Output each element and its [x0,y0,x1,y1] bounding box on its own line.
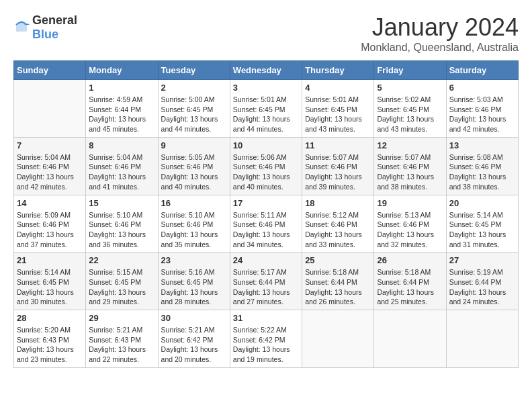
calendar-cell [374,310,446,368]
calendar-cell: 26Sunrise: 5:18 AM Sunset: 6:44 PM Dayli… [374,253,446,310]
calendar-cell: 13Sunrise: 5:08 AM Sunset: 6:46 PM Dayli… [446,137,518,195]
week-row-2: 7Sunrise: 5:04 AM Sunset: 6:46 PM Daylig… [14,137,519,195]
day-info: Sunrise: 5:13 AM Sunset: 6:46 PM Dayligh… [377,210,443,250]
day-info: Sunrise: 5:04 AM Sunset: 6:46 PM Dayligh… [89,152,154,192]
day-number: 30 [161,313,227,323]
day-info: Sunrise: 5:21 AM Sunset: 6:43 PM Dayligh… [89,325,154,365]
day-info: Sunrise: 5:18 AM Sunset: 6:44 PM Dayligh… [305,267,371,307]
calendar-cell: 5Sunrise: 5:02 AM Sunset: 6:45 PM Daylig… [374,80,446,138]
week-row-4: 21Sunrise: 5:14 AM Sunset: 6:45 PM Dayli… [14,253,519,310]
day-number: 28 [17,313,83,323]
day-info: Sunrise: 4:59 AM Sunset: 6:44 PM Dayligh… [89,95,154,134]
day-number: 23 [161,255,227,265]
day-info: Sunrise: 5:15 AM Sunset: 6:45 PM Dayligh… [89,267,154,307]
day-number: 20 [449,198,515,208]
day-info: Sunrise: 5:20 AM Sunset: 6:43 PM Dayligh… [17,325,83,365]
day-info: Sunrise: 5:07 AM Sunset: 6:46 PM Dayligh… [305,152,371,192]
calendar-cell [302,310,374,368]
day-number: 8 [89,140,154,150]
day-info: Sunrise: 5:21 AM Sunset: 6:42 PM Dayligh… [161,325,227,365]
day-number: 14 [17,198,83,208]
calendar-cell: 19Sunrise: 5:13 AM Sunset: 6:46 PM Dayli… [374,195,446,253]
day-number: 19 [377,198,443,208]
day-number: 5 [377,83,443,93]
calendar-cell: 24Sunrise: 5:17 AM Sunset: 6:44 PM Dayli… [230,253,302,310]
weekday-header-tuesday: Tuesday [158,61,230,80]
day-info: Sunrise: 5:16 AM Sunset: 6:45 PM Dayligh… [161,267,227,307]
day-info: Sunrise: 5:11 AM Sunset: 6:46 PM Dayligh… [233,210,299,250]
day-number: 4 [305,83,371,93]
day-info: Sunrise: 5:07 AM Sunset: 6:46 PM Dayligh… [377,152,443,192]
calendar-cell: 27Sunrise: 5:19 AM Sunset: 6:44 PM Dayli… [446,253,518,310]
weekday-header-saturday: Saturday [446,61,518,80]
week-row-1: 1Sunrise: 4:59 AM Sunset: 6:44 PM Daylig… [14,80,519,138]
day-number: 22 [89,255,154,265]
weekday-header-sunday: Sunday [14,61,86,80]
week-row-3: 14Sunrise: 5:09 AM Sunset: 6:46 PM Dayli… [14,195,519,253]
calendar-cell: 28Sunrise: 5:20 AM Sunset: 6:43 PM Dayli… [14,310,86,368]
calendar-cell: 21Sunrise: 5:14 AM Sunset: 6:45 PM Dayli… [14,253,86,310]
calendar-cell: 31Sunrise: 5:22 AM Sunset: 6:42 PM Dayli… [230,310,302,368]
calendar-cell: 18Sunrise: 5:12 AM Sunset: 6:46 PM Dayli… [302,195,374,253]
calendar-cell [446,310,518,368]
day-info: Sunrise: 5:08 AM Sunset: 6:46 PM Dayligh… [449,152,515,192]
day-number: 16 [161,198,227,208]
calendar-cell: 7Sunrise: 5:04 AM Sunset: 6:46 PM Daylig… [14,137,86,195]
day-number: 29 [89,313,154,323]
day-number: 6 [449,83,515,93]
logo: General Blue [13,13,77,42]
day-info: Sunrise: 5:05 AM Sunset: 6:46 PM Dayligh… [161,152,227,192]
day-number: 12 [377,140,443,150]
day-info: Sunrise: 5:14 AM Sunset: 6:45 PM Dayligh… [449,210,515,250]
day-info: Sunrise: 5:06 AM Sunset: 6:46 PM Dayligh… [233,152,299,192]
weekday-header-row: SundayMondayTuesdayWednesdayThursdayFrid… [14,61,519,80]
day-info: Sunrise: 5:10 AM Sunset: 6:46 PM Dayligh… [89,210,154,250]
calendar-cell: 16Sunrise: 5:10 AM Sunset: 6:46 PM Dayli… [158,195,230,253]
day-info: Sunrise: 5:10 AM Sunset: 6:46 PM Dayligh… [161,210,227,250]
calendar-cell: 2Sunrise: 5:00 AM Sunset: 6:45 PM Daylig… [158,80,230,138]
week-row-5: 28Sunrise: 5:20 AM Sunset: 6:43 PM Dayli… [14,310,519,368]
calendar-cell: 1Sunrise: 4:59 AM Sunset: 6:44 PM Daylig… [86,80,158,138]
day-info: Sunrise: 5:01 AM Sunset: 6:45 PM Dayligh… [305,95,371,134]
logo-icon [13,18,30,37]
day-number: 2 [161,83,227,93]
calendar-cell: 22Sunrise: 5:15 AM Sunset: 6:45 PM Dayli… [86,253,158,310]
calendar-cell: 11Sunrise: 5:07 AM Sunset: 6:46 PM Dayli… [302,137,374,195]
weekday-header-wednesday: Wednesday [230,61,302,80]
day-number: 1 [89,83,154,93]
day-info: Sunrise: 5:22 AM Sunset: 6:42 PM Dayligh… [233,325,299,365]
calendar-cell: 17Sunrise: 5:11 AM Sunset: 6:46 PM Dayli… [230,195,302,253]
calendar-cell: 20Sunrise: 5:14 AM Sunset: 6:45 PM Dayli… [446,195,518,253]
page-header: General Blue January 2024 Monkland, Quee… [13,13,519,54]
calendar-cell: 15Sunrise: 5:10 AM Sunset: 6:46 PM Dayli… [86,195,158,253]
calendar-cell: 10Sunrise: 5:06 AM Sunset: 6:46 PM Dayli… [230,137,302,195]
logo-general: General [32,13,77,27]
day-info: Sunrise: 5:18 AM Sunset: 6:44 PM Dayligh… [377,267,443,307]
day-info: Sunrise: 5:19 AM Sunset: 6:44 PM Dayligh… [449,267,515,307]
day-number: 25 [305,255,371,265]
calendar-cell: 23Sunrise: 5:16 AM Sunset: 6:45 PM Dayli… [158,253,230,310]
month-title: January 2024 [361,13,519,42]
calendar-cell: 9Sunrise: 5:05 AM Sunset: 6:46 PM Daylig… [158,137,230,195]
day-info: Sunrise: 5:14 AM Sunset: 6:45 PM Dayligh… [17,267,83,307]
day-number: 26 [377,255,443,265]
calendar-cell: 29Sunrise: 5:21 AM Sunset: 6:43 PM Dayli… [86,310,158,368]
calendar-cell: 12Sunrise: 5:07 AM Sunset: 6:46 PM Dayli… [374,137,446,195]
day-number: 9 [161,140,227,150]
day-number: 17 [233,198,299,208]
day-number: 27 [449,255,515,265]
calendar-cell: 30Sunrise: 5:21 AM Sunset: 6:42 PM Dayli… [158,310,230,368]
day-info: Sunrise: 5:03 AM Sunset: 6:46 PM Dayligh… [449,95,515,134]
day-number: 31 [233,313,299,323]
day-number: 7 [17,140,83,150]
calendar-cell: 4Sunrise: 5:01 AM Sunset: 6:45 PM Daylig… [302,80,374,138]
day-number: 11 [305,140,371,150]
day-info: Sunrise: 5:02 AM Sunset: 6:45 PM Dayligh… [377,95,443,134]
day-info: Sunrise: 5:12 AM Sunset: 6:46 PM Dayligh… [305,210,371,250]
calendar-cell: 6Sunrise: 5:03 AM Sunset: 6:46 PM Daylig… [446,80,518,138]
day-number: 3 [233,83,299,93]
logo-blue: Blue [32,28,58,41]
day-info: Sunrise: 5:00 AM Sunset: 6:45 PM Dayligh… [161,95,227,134]
location-title: Monkland, Queensland, Australia [361,42,519,54]
weekday-header-friday: Friday [374,61,446,80]
